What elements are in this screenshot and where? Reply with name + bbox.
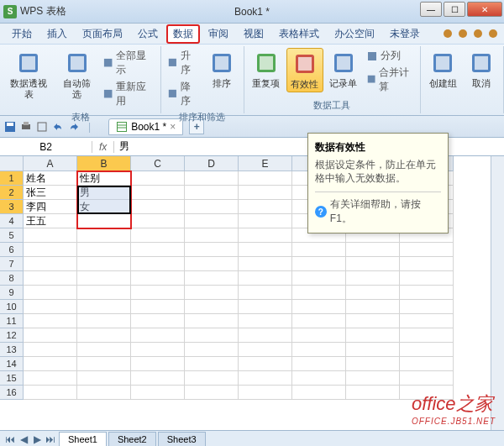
cell-B10[interactable]: [77, 300, 131, 314]
row-header-11[interactable]: 11: [0, 314, 24, 328]
row-header-12[interactable]: 12: [0, 328, 24, 343]
cell-E9[interactable]: [239, 286, 292, 300]
cell-C14[interactable]: [131, 357, 185, 371]
menu-表格样式[interactable]: 表格样式: [272, 24, 326, 44]
menu-插入[interactable]: 插入: [40, 24, 74, 44]
tab-nav-last[interactable]: ⏭: [44, 433, 57, 446]
cell-F15[interactable]: [292, 371, 346, 386]
cell-B3[interactable]: 女: [77, 200, 131, 214]
vertical-scrollbar[interactable]: [491, 156, 504, 430]
tab-nav-next[interactable]: ▶: [30, 433, 44, 446]
cell-H6[interactable]: [400, 243, 454, 257]
cell-D10[interactable]: [185, 300, 239, 314]
cell-A2[interactable]: 张三: [24, 186, 77, 200]
help-icon[interactable]: [487, 28, 499, 39]
cell-E6[interactable]: [239, 243, 292, 257]
cell-A4[interactable]: 王五: [24, 214, 77, 228]
cell-E1[interactable]: [239, 171, 292, 186]
cell-B9[interactable]: [77, 286, 131, 300]
ribbon-排序[interactable]: 排序: [203, 48, 240, 91]
cell-E2[interactable]: [239, 186, 292, 200]
cell-A10[interactable]: [24, 300, 77, 314]
cell-F16[interactable]: [292, 386, 346, 400]
cell-E4[interactable]: [239, 214, 292, 228]
cell-F10[interactable]: [292, 300, 346, 314]
menu-数据[interactable]: 数据: [166, 24, 200, 44]
cell-D15[interactable]: [185, 371, 239, 386]
ribbon-自动筛选[interactable]: 自动筛选: [56, 48, 98, 102]
tab-nav-first[interactable]: ⏮: [3, 433, 17, 446]
cell-B13[interactable]: [77, 343, 131, 357]
ribbon-重复项[interactable]: 重复项: [248, 48, 285, 91]
cell-A7[interactable]: [24, 257, 77, 271]
row-header-1[interactable]: 1: [0, 171, 24, 186]
cell-B6[interactable]: [77, 243, 131, 257]
cell-D14[interactable]: [185, 357, 239, 371]
cell-H8[interactable]: [400, 271, 454, 286]
cell-C8[interactable]: [131, 271, 185, 286]
cell-H12[interactable]: [400, 328, 454, 343]
menu-视图[interactable]: 视图: [237, 24, 270, 44]
cell-H10[interactable]: [400, 300, 454, 314]
cell-A5[interactable]: [24, 228, 77, 243]
column-header-C[interactable]: C: [131, 156, 185, 171]
menu-开始[interactable]: 开始: [5, 24, 39, 44]
cell-E5[interactable]: [239, 228, 292, 243]
cell-F6[interactable]: [292, 243, 346, 257]
cell-A6[interactable]: [24, 243, 77, 257]
cell-E16[interactable]: [239, 386, 292, 400]
cell-B7[interactable]: [77, 257, 131, 271]
cell-E12[interactable]: [239, 328, 292, 343]
cell-A3[interactable]: 李四: [24, 200, 77, 214]
cell-G9[interactable]: [346, 286, 400, 300]
cell-E14[interactable]: [239, 357, 292, 371]
cell-D13[interactable]: [185, 343, 239, 357]
cell-H7[interactable]: [400, 257, 454, 271]
close-button[interactable]: ✕: [467, 2, 502, 17]
cell-E8[interactable]: [239, 271, 292, 286]
cell-F9[interactable]: [292, 286, 346, 300]
row-header-5[interactable]: 5: [0, 228, 24, 243]
column-header-A[interactable]: A: [24, 156, 77, 171]
cell-B15[interactable]: [77, 371, 131, 386]
cell-A12[interactable]: [24, 328, 77, 343]
cell-D5[interactable]: [185, 228, 239, 243]
cell-D2[interactable]: [185, 186, 239, 200]
cell-A11[interactable]: [24, 314, 77, 328]
ribbon-创建组[interactable]: 创建组: [424, 48, 461, 91]
cell-C15[interactable]: [131, 371, 185, 386]
ribbon-取消[interactable]: 取消: [463, 48, 500, 91]
cell-G10[interactable]: [346, 300, 400, 314]
cell-F13[interactable]: [292, 343, 346, 357]
dropdown-icon[interactable]: [457, 28, 469, 39]
cell-C16[interactable]: [131, 386, 185, 400]
row-header-16[interactable]: 16: [0, 386, 24, 400]
cell-C11[interactable]: [131, 314, 185, 328]
menu-未登录[interactable]: 未登录: [383, 24, 427, 44]
cell-H9[interactable]: [400, 286, 454, 300]
sheet-tab-Sheet2[interactable]: Sheet2: [108, 432, 156, 446]
row-header-7[interactable]: 7: [0, 257, 24, 271]
row-header-13[interactable]: 13: [0, 343, 24, 357]
name-box[interactable]: B2: [0, 141, 92, 153]
row-header-3[interactable]: 3: [0, 200, 24, 214]
cell-B8[interactable]: [77, 271, 131, 286]
cell-A9[interactable]: [24, 286, 77, 300]
column-header-E[interactable]: E: [239, 156, 292, 171]
ribbon-降序[interactable]: 降序: [165, 79, 202, 109]
cell-B2[interactable]: 男: [77, 186, 131, 200]
row-header-6[interactable]: 6: [0, 243, 24, 257]
ribbon-重新应用[interactable]: 重新应用: [100, 79, 157, 109]
cell-C12[interactable]: [131, 328, 185, 343]
cell-E10[interactable]: [239, 300, 292, 314]
cell-A8[interactable]: [24, 271, 77, 286]
cell-F8[interactable]: [292, 271, 346, 286]
cell-B12[interactable]: [77, 328, 131, 343]
select-all-corner[interactable]: [0, 156, 24, 171]
cell-F7[interactable]: [292, 257, 346, 271]
menu-公式[interactable]: 公式: [131, 24, 165, 44]
cell-G12[interactable]: [346, 328, 400, 343]
cell-G11[interactable]: [346, 314, 400, 328]
row-header-4[interactable]: 4: [0, 214, 24, 228]
ribbon-数据透视表[interactable]: 数据透视表: [3, 48, 55, 102]
